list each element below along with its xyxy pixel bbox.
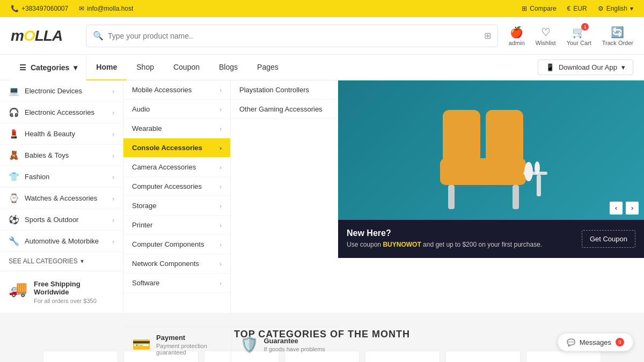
label: Playstation Controllers bbox=[239, 86, 309, 94]
track-label: Track Order bbox=[602, 40, 633, 46]
chevron-right-icon: › bbox=[112, 109, 114, 116]
email-icon: ✉ bbox=[79, 5, 84, 12]
electronic-devices-icon: 💻 bbox=[9, 86, 19, 96]
dropdown-mobile-accessories[interactable]: Mobile Accessories › bbox=[123, 80, 230, 100]
sidebar-item-health-beauty[interactable]: 💄 Health & Beauty › bbox=[0, 123, 123, 145]
nav-link-pages[interactable]: Pages bbox=[247, 55, 288, 80]
sidebar-item-automotive[interactable]: 🔧 Automotive & Motorbike › bbox=[0, 231, 123, 252]
label: Console Accessories bbox=[132, 144, 202, 152]
hamburger-icon: ☰ bbox=[19, 63, 26, 72]
categories-label: Categories bbox=[31, 63, 69, 72]
chevron-right-icon: › bbox=[219, 261, 222, 267]
nav-link-shop[interactable]: Shop bbox=[127, 55, 164, 80]
free-shipping-box: 🚚 Free Shipping Worldwide For all orders… bbox=[0, 271, 123, 313]
sidebar-item-fashion[interactable]: 👕 Fashion › bbox=[0, 166, 123, 188]
top-bar: 📞 +383497060007 ✉ info@molla.host ⊞ Comp… bbox=[0, 0, 644, 17]
category-card-watches[interactable] bbox=[445, 351, 521, 362]
email-item: ✉ info@molla.host bbox=[79, 5, 133, 12]
category-card-fashion[interactable] bbox=[365, 351, 440, 362]
dropdown-network-components[interactable]: Network Components › bbox=[123, 254, 230, 274]
shipping-sub: For all orders over $350 bbox=[34, 298, 114, 304]
sidebar-item-babies-toys[interactable]: 🧸 Babies & Toys › bbox=[0, 145, 123, 166]
messages-label: Messages bbox=[580, 338, 611, 346]
download-label: Download Our App bbox=[559, 63, 617, 71]
dropdown-computer-components[interactable]: Computer Components › bbox=[123, 235, 230, 254]
messages-fab[interactable]: 💬 Messages 0 bbox=[558, 333, 633, 351]
chevron-down-icon: ▾ bbox=[74, 63, 77, 72]
coupon-code: BUYNOWOT bbox=[383, 241, 421, 248]
label: Storage bbox=[132, 202, 157, 210]
sidebar-label: Fashion bbox=[25, 173, 49, 181]
payment-text: Payment Payment protection guaranteed bbox=[156, 334, 222, 356]
payment-title: Payment bbox=[156, 334, 222, 342]
sidebar-label: Health & Beauty bbox=[25, 130, 75, 138]
banner-nav: ‹ › bbox=[610, 202, 639, 215]
cart-action[interactable]: 🛒1 Your Cart bbox=[567, 26, 591, 46]
chevron-right-icon: › bbox=[112, 88, 114, 94]
get-coupon-button[interactable]: Get Coupon bbox=[582, 230, 635, 248]
new-here-title: New Here? bbox=[347, 228, 542, 238]
email-address: info@molla.host bbox=[87, 5, 133, 12]
dropdown-playstation[interactable]: Playstation Controllers bbox=[231, 80, 338, 100]
dropdown-other-gaming[interactable]: Other Gaming Accessories bbox=[231, 100, 338, 119]
dropdown-computer-accessories[interactable]: Computer Accessories › bbox=[123, 177, 230, 196]
label: Mobile Accessories bbox=[132, 86, 192, 94]
shipping-icon: 🚚 bbox=[9, 280, 27, 298]
payment-sub: Payment protection guaranteed bbox=[156, 343, 222, 356]
shipping-title: Free Shipping Worldwide bbox=[34, 280, 114, 296]
search-bar[interactable]: 🔍 ⊞ bbox=[86, 25, 498, 47]
download-app-button[interactable]: 📱 Download Our App ▾ bbox=[538, 60, 633, 75]
wishlist-action[interactable]: ♡ Wishlist bbox=[536, 26, 556, 46]
sidebar-item-watches[interactable]: ⌚ Watches & Accessories › bbox=[0, 188, 123, 209]
admin-action[interactable]: 🍎 admin bbox=[509, 26, 525, 46]
category-card-automotive[interactable] bbox=[526, 351, 601, 362]
payment-icon: 💳 bbox=[132, 336, 151, 353]
service-payment: 💳 Payment Payment protection guaranteed bbox=[123, 327, 231, 362]
nav-link-coupon[interactable]: Coupon bbox=[164, 55, 209, 80]
dropdown-software[interactable]: Software › bbox=[123, 274, 230, 293]
sidebar-item-electronic-accessories[interactable]: 🎧 Electronic Accessories › bbox=[0, 102, 123, 123]
nav-link-blogs[interactable]: Blogs bbox=[209, 55, 247, 80]
label: Printer bbox=[132, 221, 152, 229]
chevron-right-icon: › bbox=[219, 145, 222, 151]
svg-rect-6 bbox=[537, 175, 541, 196]
dropdown-camera-accessories[interactable]: Camera Accessories › bbox=[123, 158, 230, 177]
currency-item[interactable]: € EUR bbox=[567, 5, 587, 12]
automotive-icon: 🔧 bbox=[9, 236, 19, 246]
header: mOLLA 🔍 ⊞ 🍎 admin ♡ Wishlist 🛒1 Your Car… bbox=[0, 17, 644, 55]
phone-item: 📞 +383497060007 bbox=[11, 5, 68, 12]
sidebar-label: Electronic Devices bbox=[25, 87, 82, 95]
see-all-categories[interactable]: SEE ALL CATEGORIES ▾ bbox=[0, 252, 123, 271]
category-card-cameras[interactable] bbox=[43, 351, 118, 362]
dropdown-wearable[interactable]: Wearable › bbox=[123, 119, 230, 138]
language-item[interactable]: ⚙ English ▾ bbox=[598, 5, 633, 12]
nav-link-home[interactable]: Home bbox=[86, 55, 127, 80]
service-guarantee: 🛡️ Guarantee If goods have problems bbox=[231, 327, 339, 362]
label: Other Gaming Accessories bbox=[239, 105, 323, 113]
health-beauty-icon: 💄 bbox=[9, 129, 19, 139]
sidebar-label: Sports & Outdoor bbox=[25, 216, 78, 224]
search-input[interactable] bbox=[108, 32, 484, 40]
chevron-right-icon: › bbox=[219, 203, 222, 209]
sidebar-item-sports[interactable]: ⚽ Sports & Outdoor › bbox=[0, 209, 123, 231]
track-order-action[interactable]: 🔄 Track Order bbox=[602, 26, 633, 46]
dropdown-storage[interactable]: Storage › bbox=[123, 196, 230, 216]
user-icon: 🍎 bbox=[510, 26, 523, 39]
chevron-right-icon: › bbox=[219, 164, 222, 171]
track-icon: 🔄 bbox=[611, 26, 624, 39]
banner-next-button[interactable]: › bbox=[626, 202, 639, 215]
dropdown-audio[interactable]: Audio › bbox=[123, 100, 230, 119]
dropdown-printer[interactable]: Printer › bbox=[123, 216, 230, 235]
new-here-description: Use coupon BUYNOWOT and get up to $200 o… bbox=[347, 240, 542, 249]
categories-button[interactable]: ☰ Categories ▾ bbox=[11, 55, 86, 80]
compare-item[interactable]: ⊞ Compare bbox=[522, 5, 556, 12]
svg-rect-4 bbox=[513, 185, 519, 209]
dropdown-console-accessories[interactable]: Console Accessories › bbox=[123, 138, 230, 158]
banner-prev-button[interactable]: ‹ bbox=[610, 202, 623, 215]
chevron-down-icon: ▾ bbox=[80, 257, 84, 265]
sidebar-label: Babies & Toys bbox=[25, 151, 69, 159]
svg-point-7 bbox=[524, 162, 533, 181]
categories-dropdown-area: Mobile Accessories › Audio › Wearable › … bbox=[123, 80, 338, 313]
compare-label: Compare bbox=[530, 5, 556, 12]
sidebar-item-electronic-devices[interactable]: 💻 Electronic Devices › bbox=[0, 80, 123, 102]
